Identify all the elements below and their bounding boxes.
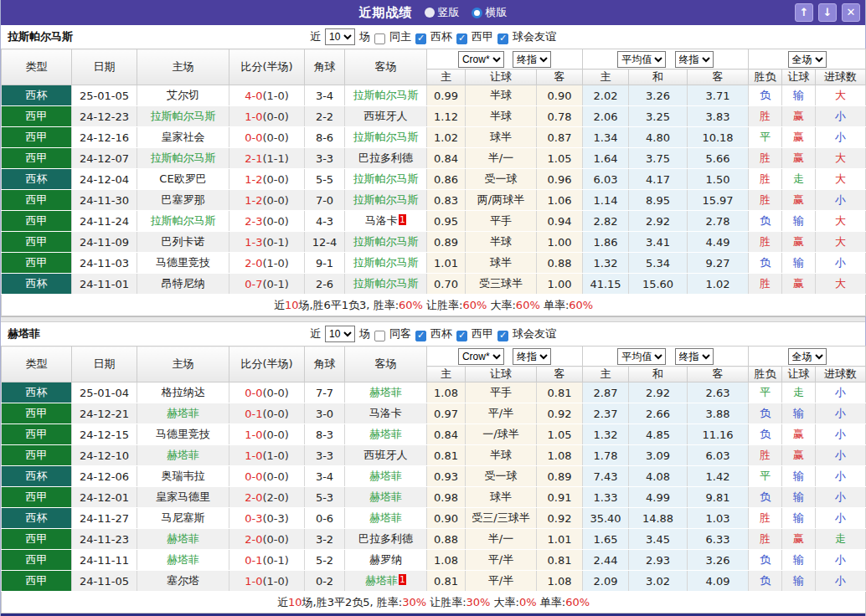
col-handicap-home: 主	[427, 69, 466, 85]
bookmaker-select[interactable]: Crow*	[458, 348, 504, 365]
handicap-line: 球半	[466, 127, 537, 148]
away-team[interactable]: 拉斯帕尔马斯	[345, 169, 427, 190]
handicap-stage-select[interactable]: 终指	[513, 51, 551, 68]
home-team[interactable]: 拉斯帕尔马斯	[137, 211, 229, 232]
result-wdl: 胜	[749, 106, 782, 127]
home-team[interactable]: CE欧罗巴	[137, 169, 229, 190]
col-away: 客场	[345, 49, 427, 85]
home-team[interactable]: 昂特尼纳	[137, 274, 229, 295]
away-team[interactable]: 拉斯帕尔马斯	[345, 127, 427, 148]
league-checkbox[interactable]	[456, 33, 467, 44]
result-wdl: 负	[749, 403, 782, 424]
match-count-select[interactable]: 10	[325, 326, 355, 342]
halftime-score: (0-0)	[262, 131, 288, 144]
result-wdl: 胜	[749, 508, 782, 529]
scope-select[interactable]: 全场	[788, 348, 827, 365]
move-down-button[interactable]: ↓	[818, 3, 837, 22]
home-team[interactable]: 皇家马德里	[137, 487, 229, 508]
radio-horizontal-icon[interactable]	[472, 8, 482, 18]
away-team[interactable]: 赫塔菲	[345, 424, 427, 445]
home-team[interactable]: 巴列卡诺	[137, 232, 229, 253]
away-team[interactable]: 拉斯帕尔马斯	[345, 232, 427, 253]
bookmaker-select[interactable]: Crow*	[458, 51, 504, 68]
away-team[interactable]: 赫塔菲1	[345, 571, 427, 592]
average-select[interactable]: 平均值	[617, 348, 666, 365]
result-wdl: 负	[749, 85, 782, 106]
league-checkbox[interactable]	[456, 331, 467, 341]
away-team[interactable]: 西班牙人	[345, 445, 427, 466]
away-team[interactable]: 赫塔菲	[345, 508, 427, 529]
home-team[interactable]: 马尼塞斯	[137, 508, 229, 529]
home-team[interactable]: 拉斯帕尔马斯	[137, 106, 229, 127]
home-team[interactable]: 赫塔菲	[137, 550, 229, 571]
match-score: 0-7(0-1)	[229, 274, 305, 295]
home-team[interactable]: 马德里竞技	[137, 253, 229, 274]
same-venue-checkbox[interactable]	[374, 331, 385, 341]
home-team[interactable]: 皇家社会	[137, 127, 229, 148]
same-venue-checkbox[interactable]	[374, 33, 385, 44]
handicap-away-odds: 0.81	[537, 550, 583, 571]
away-team[interactable]: 西班牙人	[345, 106, 427, 127]
home-team[interactable]: 赫塔菲	[137, 403, 229, 424]
competition-type: 西杯	[2, 85, 72, 106]
cup-checkbox[interactable]	[415, 33, 426, 44]
away-team[interactable]: 拉斯帕尔马斯	[345, 190, 427, 211]
avg-away-odds: 1.42	[688, 466, 749, 487]
avg-draw-odds: 3.26	[629, 85, 688, 106]
avg-home-odds: 2.02	[583, 85, 629, 106]
home-team-label: 赫塔菲	[167, 553, 199, 566]
col-result-handicap: 让球	[782, 69, 816, 85]
match-score: 2-3(0-0)	[229, 211, 305, 232]
home-team[interactable]: 格拉纳达	[137, 382, 229, 403]
competition-type: 西甲	[2, 445, 72, 466]
friendly-checkbox[interactable]	[497, 331, 508, 341]
close-button[interactable]: ✕	[842, 3, 860, 22]
away-team[interactable]: 赫塔菲	[345, 466, 427, 487]
away-team[interactable]: 赫塔菲	[345, 487, 427, 508]
away-team[interactable]: 马洛卡	[345, 403, 427, 424]
away-team[interactable]: 拉斯帕尔马斯	[345, 274, 427, 295]
match-score: 1-0(1-0)	[229, 571, 305, 592]
match-row: 西杯25-01-04格拉纳达0-0(0-0)7-7赫塔菲1.08平手0.812.…	[2, 382, 866, 403]
handicap-stage-select[interactable]: 终指	[513, 348, 551, 365]
away-team[interactable]: 赫塔菲	[345, 382, 427, 403]
away-team[interactable]: 马洛卡1	[345, 211, 427, 232]
home-team[interactable]: 赫塔菲	[137, 445, 229, 466]
average-stage-select[interactable]: 终指	[675, 51, 714, 68]
home-team[interactable]: 赫塔菲	[137, 529, 229, 550]
match-row: 西甲24-12-23拉斯帕尔马斯1-0(0-0)2-2西班牙人1.12半球0.7…	[2, 106, 866, 127]
friendly-checkbox[interactable]	[497, 33, 508, 44]
home-team[interactable]: 巴塞罗那	[137, 190, 229, 211]
home-team[interactable]: 艾尔切	[137, 85, 229, 106]
handicap-home-odds: 1.02	[427, 127, 466, 148]
avg-away-odds: 11.16	[688, 424, 749, 445]
halftime-score: (0-1)	[262, 554, 288, 567]
away-team[interactable]: 巴拉多利德	[345, 148, 427, 169]
away-team[interactable]: 赫罗纳	[345, 550, 427, 571]
match-date: 24-11-11	[72, 550, 137, 571]
handicap-home-odds: 0.86	[427, 169, 466, 190]
radio-horizontal-layout[interactable]: 横版	[472, 5, 508, 20]
away-team[interactable]: 拉斯帕尔马斯	[345, 253, 427, 274]
average-select-cell: 平均值 终指	[583, 49, 749, 69]
home-team[interactable]: 马德里竞技	[137, 424, 229, 445]
average-select[interactable]: 平均值	[617, 51, 666, 68]
handicap-home-odds: 0.81	[427, 571, 466, 592]
away-team[interactable]: 巴拉多利德	[345, 529, 427, 550]
titlebar-buttons: ↑ ↓ ✕	[795, 3, 860, 22]
cup-checkbox[interactable]	[415, 331, 426, 341]
col-result-wdl: 胜负	[749, 367, 782, 382]
radio-vertical-icon[interactable]	[425, 8, 435, 18]
away-team[interactable]: 拉斯帕尔马斯	[345, 85, 427, 106]
corner-score: 8-6	[305, 127, 345, 148]
home-team[interactable]: 拉斯帕尔马斯	[137, 148, 229, 169]
home-team[interactable]: 奥瑞韦拉	[137, 466, 229, 487]
radio-vertical-layout[interactable]: 竖版	[425, 5, 460, 20]
scope-select[interactable]: 全场	[788, 51, 827, 68]
match-count-select[interactable]: 10	[325, 28, 355, 45]
move-up-button[interactable]: ↑	[795, 3, 813, 22]
average-stage-select[interactable]: 终指	[675, 348, 714, 365]
handicap-home-odds: 1.12	[427, 106, 466, 127]
result-goals: 小	[816, 508, 866, 529]
home-team[interactable]: 塞尔塔	[137, 571, 229, 592]
